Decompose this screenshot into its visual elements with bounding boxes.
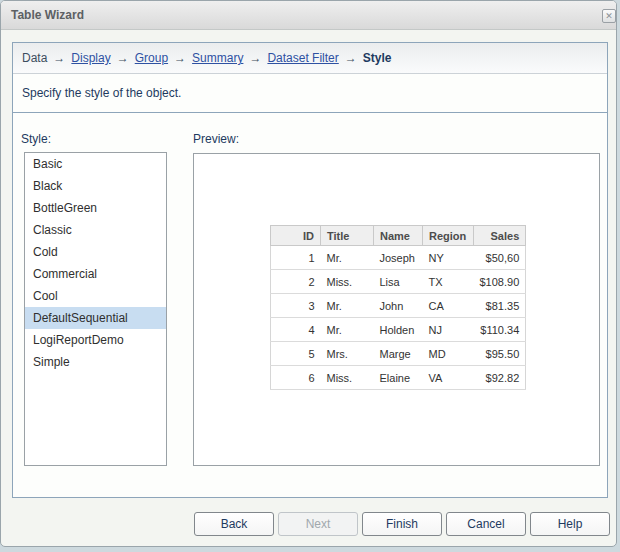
preview-panel: ID Title Name Region Sales 1 Mr. Joseph … xyxy=(193,153,600,466)
window-title: Table Wizard xyxy=(11,1,84,30)
close-icon: ✕ xyxy=(605,11,613,21)
style-option-logireportdemo[interactable]: LogiReportDemo xyxy=(25,329,166,351)
cell-region: VA xyxy=(423,366,474,390)
cell-name: Elaine xyxy=(374,366,423,390)
cell-sales: $95.50 xyxy=(474,342,526,366)
breadcrumb-arrow-icon: → xyxy=(174,51,186,65)
column-header-sales: Sales xyxy=(474,226,526,246)
cell-region: NY xyxy=(423,246,474,270)
preview-table: ID Title Name Region Sales 1 Mr. Joseph … xyxy=(270,225,526,390)
style-option-defaultsequential[interactable]: DefaultSequential xyxy=(25,307,166,329)
help-button[interactable]: Help xyxy=(530,512,610,536)
breadcrumb-step-data: Data xyxy=(22,51,47,65)
cell-name: John xyxy=(374,294,423,318)
cell-name: Joseph xyxy=(374,246,423,270)
preview-table-header-row: ID Title Name Region Sales xyxy=(271,226,526,246)
next-button[interactable]: Next xyxy=(278,512,358,536)
cell-title: Mr. xyxy=(321,294,374,318)
column-header-title: Title xyxy=(321,226,374,246)
style-listbox[interactable]: Basic Black BottleGreen Classic Cold Com… xyxy=(24,152,167,466)
style-option-black[interactable]: Black xyxy=(25,175,166,197)
cell-id: 2 xyxy=(271,270,321,294)
table-row: 4 Mr. Holden NJ $110.34 xyxy=(271,318,526,342)
cell-title: Mrs. xyxy=(321,342,374,366)
table-row: 6 Miss. Elaine VA $92.82 xyxy=(271,366,526,390)
style-option-cold[interactable]: Cold xyxy=(25,241,166,263)
cell-sales: $50,60 xyxy=(474,246,526,270)
preview-label: Preview: xyxy=(193,132,239,146)
breadcrumb: Data → Display → Group → Summary → Datas… xyxy=(13,43,607,74)
cell-id: 6 xyxy=(271,366,321,390)
breadcrumb-step-summary[interactable]: Summary xyxy=(192,51,243,65)
breadcrumb-arrow-icon: → xyxy=(249,51,261,65)
cell-id: 3 xyxy=(271,294,321,318)
breadcrumb-step-dataset-filter[interactable]: Dataset Filter xyxy=(267,51,338,65)
cell-id: 1 xyxy=(271,246,321,270)
wizard-header-box: Data → Display → Group → Summary → Datas… xyxy=(12,42,608,113)
cell-id: 4 xyxy=(271,318,321,342)
breadcrumb-arrow-icon: → xyxy=(117,51,129,65)
table-row: 1 Mr. Joseph NY $50,60 xyxy=(271,246,526,270)
titlebar: Table Wizard xyxy=(1,1,616,30)
cell-region: MD xyxy=(423,342,474,366)
cell-title: Miss. xyxy=(321,270,374,294)
cell-id: 5 xyxy=(271,342,321,366)
cell-sales: $108.90 xyxy=(474,270,526,294)
cell-title: Miss. xyxy=(321,366,374,390)
finish-button[interactable]: Finish xyxy=(362,512,442,536)
cell-name: Lisa xyxy=(374,270,423,294)
cell-title: Mr. xyxy=(321,318,374,342)
instruction-text: Specify the style of the object. xyxy=(13,74,607,112)
cell-sales: $81.35 xyxy=(474,294,526,318)
cell-sales: $110.34 xyxy=(474,318,526,342)
table-row: 5 Mrs. Marge MD $95.50 xyxy=(271,342,526,366)
column-header-region: Region xyxy=(423,226,474,246)
table-row: 2 Miss. Lisa TX $108.90 xyxy=(271,270,526,294)
style-option-commercial[interactable]: Commercial xyxy=(25,263,166,285)
style-option-cool[interactable]: Cool xyxy=(25,285,166,307)
cell-region: TX xyxy=(423,270,474,294)
cell-name: Marge xyxy=(374,342,423,366)
cell-title: Mr. xyxy=(321,246,374,270)
style-option-basic[interactable]: Basic xyxy=(25,153,166,175)
style-option-bottlegreen[interactable]: BottleGreen xyxy=(25,197,166,219)
column-header-name: Name xyxy=(374,226,423,246)
breadcrumb-step-style: Style xyxy=(363,51,392,65)
style-list-label: Style: xyxy=(21,132,51,146)
style-option-classic[interactable]: Classic xyxy=(25,219,166,241)
cell-name: Holden xyxy=(374,318,423,342)
style-option-simple[interactable]: Simple xyxy=(25,351,166,373)
wizard-content-box: Style: Basic Black BottleGreen Classic C… xyxy=(12,112,608,498)
back-button[interactable]: Back xyxy=(194,512,274,536)
cell-sales: $92.82 xyxy=(474,366,526,390)
column-header-id: ID xyxy=(271,226,321,246)
breadcrumb-arrow-icon: → xyxy=(345,51,357,65)
breadcrumb-arrow-icon: → xyxy=(53,51,65,65)
cancel-button[interactable]: Cancel xyxy=(446,512,526,536)
cell-region: NJ xyxy=(423,318,474,342)
table-wizard-dialog: Table Wizard ✕ Data → Display → Group → … xyxy=(0,0,617,547)
breadcrumb-step-group[interactable]: Group xyxy=(135,51,168,65)
cell-region: CA xyxy=(423,294,474,318)
breadcrumb-step-display[interactable]: Display xyxy=(71,51,110,65)
close-button[interactable]: ✕ xyxy=(602,9,616,23)
table-row: 3 Mr. John CA $81.35 xyxy=(271,294,526,318)
